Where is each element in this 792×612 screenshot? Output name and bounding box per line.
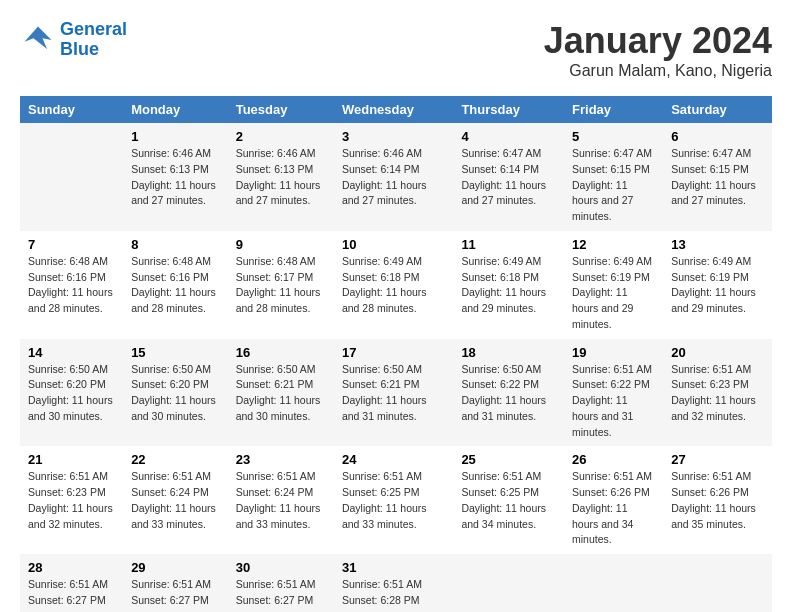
day-info: Sunrise: 6:49 AMSunset: 6:18 PMDaylight:… [461, 254, 556, 317]
day-info: Sunrise: 6:48 AMSunset: 6:16 PMDaylight:… [28, 254, 115, 317]
day-info: Sunrise: 6:51 AMSunset: 6:23 PMDaylight:… [28, 469, 115, 532]
day-number: 16 [236, 345, 326, 360]
day-info: Sunrise: 6:50 AMSunset: 6:21 PMDaylight:… [342, 362, 445, 425]
logo: General Blue [20, 20, 127, 60]
day-number: 25 [461, 452, 556, 467]
calendar-header: SundayMondayTuesdayWednesdayThursdayFrid… [20, 96, 772, 123]
day-info: Sunrise: 6:50 AMSunset: 6:20 PMDaylight:… [28, 362, 115, 425]
weekday-header: Thursday [453, 96, 564, 123]
calendar-cell: 11Sunrise: 6:49 AMSunset: 6:18 PMDayligh… [453, 231, 564, 339]
day-info: Sunrise: 6:51 AMSunset: 6:24 PMDaylight:… [236, 469, 326, 532]
calendar-cell: 15Sunrise: 6:50 AMSunset: 6:20 PMDayligh… [123, 339, 228, 447]
logo-line2: Blue [60, 39, 99, 59]
calendar-cell: 2Sunrise: 6:46 AMSunset: 6:13 PMDaylight… [228, 123, 334, 231]
weekday-header: Saturday [663, 96, 772, 123]
logo-line1: General [60, 19, 127, 39]
day-info: Sunrise: 6:49 AMSunset: 6:18 PMDaylight:… [342, 254, 445, 317]
day-info: Sunrise: 6:51 AMSunset: 6:28 PMDaylight:… [342, 577, 445, 612]
calendar-cell: 8Sunrise: 6:48 AMSunset: 6:16 PMDaylight… [123, 231, 228, 339]
calendar-cell: 21Sunrise: 6:51 AMSunset: 6:23 PMDayligh… [20, 446, 123, 554]
calendar-cell [663, 554, 772, 612]
calendar-cell: 23Sunrise: 6:51 AMSunset: 6:24 PMDayligh… [228, 446, 334, 554]
day-number: 4 [461, 129, 556, 144]
day-info: Sunrise: 6:46 AMSunset: 6:13 PMDaylight:… [131, 146, 220, 209]
calendar-cell: 9Sunrise: 6:48 AMSunset: 6:17 PMDaylight… [228, 231, 334, 339]
calendar-cell: 16Sunrise: 6:50 AMSunset: 6:21 PMDayligh… [228, 339, 334, 447]
day-info: Sunrise: 6:47 AMSunset: 6:15 PMDaylight:… [671, 146, 764, 209]
day-number: 14 [28, 345, 115, 360]
day-number: 2 [236, 129, 326, 144]
day-number: 29 [131, 560, 220, 575]
day-number: 26 [572, 452, 655, 467]
month-title: January 2024 [544, 20, 772, 62]
day-number: 5 [572, 129, 655, 144]
calendar-week-row: 7Sunrise: 6:48 AMSunset: 6:16 PMDaylight… [20, 231, 772, 339]
day-number: 21 [28, 452, 115, 467]
calendar-cell: 3Sunrise: 6:46 AMSunset: 6:14 PMDaylight… [334, 123, 453, 231]
calendar-cell: 20Sunrise: 6:51 AMSunset: 6:23 PMDayligh… [663, 339, 772, 447]
day-number: 1 [131, 129, 220, 144]
day-number: 3 [342, 129, 445, 144]
calendar-cell: 10Sunrise: 6:49 AMSunset: 6:18 PMDayligh… [334, 231, 453, 339]
calendar-cell: 22Sunrise: 6:51 AMSunset: 6:24 PMDayligh… [123, 446, 228, 554]
page-header: General Blue January 2024 Garun Malam, K… [20, 20, 772, 80]
weekday-header: Friday [564, 96, 663, 123]
day-info: Sunrise: 6:51 AMSunset: 6:27 PMDaylight:… [236, 577, 326, 612]
logo-text: General Blue [60, 20, 127, 60]
weekday-header: Wednesday [334, 96, 453, 123]
calendar-cell: 1Sunrise: 6:46 AMSunset: 6:13 PMDaylight… [123, 123, 228, 231]
location: Garun Malam, Kano, Nigeria [544, 62, 772, 80]
calendar-body: 1Sunrise: 6:46 AMSunset: 6:13 PMDaylight… [20, 123, 772, 612]
weekday-header: Tuesday [228, 96, 334, 123]
day-number: 27 [671, 452, 764, 467]
day-info: Sunrise: 6:51 AMSunset: 6:24 PMDaylight:… [131, 469, 220, 532]
calendar-cell: 25Sunrise: 6:51 AMSunset: 6:25 PMDayligh… [453, 446, 564, 554]
day-info: Sunrise: 6:51 AMSunset: 6:23 PMDaylight:… [671, 362, 764, 425]
day-number: 19 [572, 345, 655, 360]
calendar-cell: 17Sunrise: 6:50 AMSunset: 6:21 PMDayligh… [334, 339, 453, 447]
day-info: Sunrise: 6:48 AMSunset: 6:17 PMDaylight:… [236, 254, 326, 317]
day-number: 28 [28, 560, 115, 575]
day-info: Sunrise: 6:47 AMSunset: 6:15 PMDaylight:… [572, 146, 655, 225]
day-info: Sunrise: 6:46 AMSunset: 6:14 PMDaylight:… [342, 146, 445, 209]
calendar-cell: 6Sunrise: 6:47 AMSunset: 6:15 PMDaylight… [663, 123, 772, 231]
day-number: 12 [572, 237, 655, 252]
day-number: 15 [131, 345, 220, 360]
calendar-cell: 5Sunrise: 6:47 AMSunset: 6:15 PMDaylight… [564, 123, 663, 231]
calendar-week-row: 14Sunrise: 6:50 AMSunset: 6:20 PMDayligh… [20, 339, 772, 447]
day-number: 30 [236, 560, 326, 575]
day-number: 23 [236, 452, 326, 467]
logo-icon [20, 22, 56, 58]
day-number: 22 [131, 452, 220, 467]
calendar-cell: 18Sunrise: 6:50 AMSunset: 6:22 PMDayligh… [453, 339, 564, 447]
day-info: Sunrise: 6:51 AMSunset: 6:25 PMDaylight:… [461, 469, 556, 532]
day-number: 6 [671, 129, 764, 144]
weekday-header: Monday [123, 96, 228, 123]
day-info: Sunrise: 6:51 AMSunset: 6:22 PMDaylight:… [572, 362, 655, 441]
calendar-week-row: 28Sunrise: 6:51 AMSunset: 6:27 PMDayligh… [20, 554, 772, 612]
day-info: Sunrise: 6:51 AMSunset: 6:26 PMDaylight:… [572, 469, 655, 548]
day-info: Sunrise: 6:49 AMSunset: 6:19 PMDaylight:… [671, 254, 764, 317]
day-number: 11 [461, 237, 556, 252]
calendar-week-row: 21Sunrise: 6:51 AMSunset: 6:23 PMDayligh… [20, 446, 772, 554]
day-info: Sunrise: 6:50 AMSunset: 6:20 PMDaylight:… [131, 362, 220, 425]
calendar-cell: 28Sunrise: 6:51 AMSunset: 6:27 PMDayligh… [20, 554, 123, 612]
day-number: 18 [461, 345, 556, 360]
calendar-cell: 27Sunrise: 6:51 AMSunset: 6:26 PMDayligh… [663, 446, 772, 554]
day-number: 24 [342, 452, 445, 467]
calendar-cell: 12Sunrise: 6:49 AMSunset: 6:19 PMDayligh… [564, 231, 663, 339]
svg-marker-0 [25, 26, 52, 49]
calendar-table: SundayMondayTuesdayWednesdayThursdayFrid… [20, 96, 772, 612]
calendar-cell: 4Sunrise: 6:47 AMSunset: 6:14 PMDaylight… [453, 123, 564, 231]
calendar-cell [20, 123, 123, 231]
day-info: Sunrise: 6:46 AMSunset: 6:13 PMDaylight:… [236, 146, 326, 209]
calendar-cell: 30Sunrise: 6:51 AMSunset: 6:27 PMDayligh… [228, 554, 334, 612]
day-info: Sunrise: 6:51 AMSunset: 6:25 PMDaylight:… [342, 469, 445, 532]
day-number: 13 [671, 237, 764, 252]
calendar-cell [453, 554, 564, 612]
day-number: 8 [131, 237, 220, 252]
calendar-cell: 26Sunrise: 6:51 AMSunset: 6:26 PMDayligh… [564, 446, 663, 554]
day-info: Sunrise: 6:50 AMSunset: 6:21 PMDaylight:… [236, 362, 326, 425]
day-info: Sunrise: 6:49 AMSunset: 6:19 PMDaylight:… [572, 254, 655, 333]
day-number: 7 [28, 237, 115, 252]
